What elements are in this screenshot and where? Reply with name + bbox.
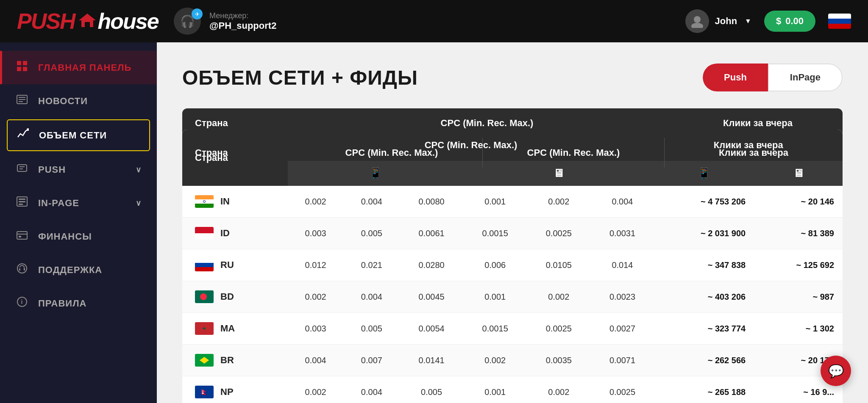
mobile-rec: 0.004 bbox=[344, 186, 400, 218]
support-area[interactable]: 🎧 ✈ bbox=[174, 8, 201, 35]
svg-rect-25 bbox=[24, 268, 25, 271]
svg-rect-4 bbox=[17, 61, 21, 65]
push-icon bbox=[15, 162, 29, 177]
mobile-min: 0.004 bbox=[288, 345, 344, 376]
mobile-min: 0.002 bbox=[288, 376, 344, 403]
sidebar-item-news[interactable]: НОВОСТИ bbox=[0, 84, 157, 118]
desktop-min: 0.0015 bbox=[463, 313, 527, 345]
clicks-desktop: ~ 125 692 bbox=[754, 249, 843, 281]
mobile-rec: 0.004 bbox=[344, 376, 400, 403]
sidebar-item-network[interactable]: ОБЪЕМ СЕТИ bbox=[7, 119, 150, 151]
user-dropdown-chevron[interactable]: ▼ bbox=[745, 17, 751, 25]
sidebar-dashboard-label: ГЛАВНАЯ ПАНЕЛЬ bbox=[38, 62, 131, 73]
mobile-min: 0.002 bbox=[288, 281, 344, 313]
mobile-max: 0.0061 bbox=[400, 218, 463, 249]
svg-rect-24 bbox=[19, 268, 20, 271]
finance-icon bbox=[15, 229, 29, 244]
clicks-mobile: ~ 2 031 900 bbox=[654, 218, 754, 249]
data-table: Страна CPC (Min. Rec. Max.) Клики за вче… bbox=[182, 108, 843, 168]
table-row: RU 0.012 0.021 0.0280 0.006 0.0105 0.014… bbox=[182, 249, 843, 281]
user-avatar bbox=[685, 9, 709, 33]
country-cell: RU bbox=[182, 249, 288, 281]
dashboard-icon bbox=[15, 60, 29, 75]
sidebar-rules-label: ПРАВИЛА bbox=[38, 298, 86, 309]
mobile-rec: 0.021 bbox=[344, 249, 400, 281]
tab-push-button[interactable]: Push bbox=[703, 63, 768, 91]
push-expand-icon: ∨ bbox=[136, 165, 142, 174]
desktop-min: 0.001 bbox=[463, 376, 527, 403]
country-cell: ✦ MA bbox=[182, 313, 288, 345]
sidebar-item-rules[interactable]: i ПРАВИЛА bbox=[0, 287, 157, 320]
dollar-icon: $ bbox=[776, 16, 781, 27]
page-title: ОБЪЕМ СЕТИ + ФИДЫ bbox=[182, 66, 418, 89]
logo-push-text: PUSH bbox=[17, 8, 75, 34]
sidebar-push-label: PUSH bbox=[38, 164, 66, 175]
main-layout: ГЛАВНАЯ ПАНЕЛЬ НОВОСТИ ОБЪЕМ СЕТИ bbox=[0, 42, 868, 403]
logo-house-text: house bbox=[97, 8, 158, 34]
desktop-rec: 0.0035 bbox=[527, 345, 590, 376]
manager-label: Менеджер: bbox=[209, 11, 276, 20]
svg-point-2 bbox=[694, 16, 701, 23]
header-middle: 🎧 ✈ Менеджер: @PH_support2 bbox=[174, 8, 685, 35]
desktop-rec: 0.002 bbox=[527, 281, 590, 313]
sidebar-item-support[interactable]: ПОДДЕРЖКА bbox=[0, 253, 157, 287]
mobile-max: 0.0280 bbox=[400, 249, 463, 281]
desktop-min: 0.0015 bbox=[463, 218, 527, 249]
table-row: BR 0.004 0.007 0.0141 0.002 0.0035 0.007… bbox=[182, 345, 843, 376]
sidebar-news-label: НОВОСТИ bbox=[38, 96, 88, 107]
desktop-max: 0.0025 bbox=[590, 376, 654, 403]
clicks-mobile: ~ 347 838 bbox=[654, 249, 754, 281]
table-row: ✦ MA 0.003 0.005 0.0054 0.0015 0.0025 0.… bbox=[182, 313, 843, 345]
manager-handle[interactable]: @PH_support2 bbox=[209, 20, 276, 31]
tab-buttons: Push InPage bbox=[703, 63, 843, 91]
user-name: John bbox=[715, 16, 737, 27]
language-flag[interactable] bbox=[828, 14, 851, 29]
tab-inpage-button[interactable]: InPage bbox=[768, 63, 843, 91]
user-info[interactable]: John ▼ bbox=[685, 9, 751, 33]
country-cell: IN bbox=[182, 186, 288, 218]
table-row: BD 0.002 0.004 0.0045 0.001 0.002 0.0023… bbox=[182, 281, 843, 313]
svg-rect-22 bbox=[19, 236, 21, 237]
table-row: IN 0.002 0.004 0.0080 0.001 0.002 0.004 … bbox=[182, 186, 843, 218]
svg-rect-18 bbox=[19, 201, 25, 202]
desktop-rec: 0.0025 bbox=[527, 218, 590, 249]
col-cpc-header: CPC (Min. Rec. Max.) bbox=[301, 108, 673, 138]
telegram-badge-icon: ✈ bbox=[192, 8, 203, 19]
svg-rect-5 bbox=[23, 61, 27, 65]
mobile-min: 0.003 bbox=[288, 218, 344, 249]
desktop-max: 0.014 bbox=[590, 249, 654, 281]
svg-text:i: i bbox=[21, 298, 23, 305]
logo-area: PUSH house bbox=[17, 8, 174, 34]
sidebar-item-push[interactable]: PUSH ∨ bbox=[0, 153, 157, 186]
sidebar-inpage-label: IN-PAGE bbox=[38, 198, 79, 209]
clicks-mobile: ~ 4 753 206 bbox=[654, 186, 754, 218]
country-cell: BD bbox=[182, 281, 288, 313]
network-table: Страна CPC (Min. Rec. Max.) Клики за вче… bbox=[182, 130, 843, 403]
sidebar-item-finance[interactable]: ФИНАНСЫ bbox=[0, 220, 157, 253]
balance-button[interactable]: $ 0.00 bbox=[764, 11, 815, 32]
support-icon bbox=[15, 262, 29, 277]
mobile-max: 0.0054 bbox=[400, 313, 463, 345]
desktop-rec: 0.0105 bbox=[527, 249, 590, 281]
clicks-mobile: ~ 262 566 bbox=[654, 345, 754, 376]
mobile-min: 0.002 bbox=[288, 186, 344, 218]
mobile-rec: 0.005 bbox=[344, 313, 400, 345]
sidebar-network-label: ОБЪЕМ СЕТИ bbox=[39, 130, 107, 141]
col-clicks-header: Клики за вчера bbox=[673, 108, 843, 138]
mobile-rec: 0.004 bbox=[344, 281, 400, 313]
sidebar-item-dashboard[interactable]: ГЛАВНАЯ ПАНЕЛЬ bbox=[0, 51, 157, 84]
desktop-min: 0.006 bbox=[463, 249, 527, 281]
clicks-desktop: ~ 987 bbox=[754, 281, 843, 313]
sidebar-finance-label: ФИНАНСЫ bbox=[38, 231, 92, 242]
sidebar-item-inpage[interactable]: IN-PAGE ∨ bbox=[0, 186, 157, 220]
desktop-max: 0.0031 bbox=[590, 218, 654, 249]
clicks-mobile: ~ 403 206 bbox=[654, 281, 754, 313]
country-cell: ID bbox=[182, 218, 288, 249]
chat-widget[interactable]: 💬 bbox=[821, 356, 851, 386]
col-country-header: Страна bbox=[182, 108, 301, 138]
main-data-table: Страна CPC (Min. Rec. Max.) Клики за вче… bbox=[182, 130, 843, 403]
mobile-min: 0.003 bbox=[288, 313, 344, 345]
desktop-max: 0.0027 bbox=[590, 313, 654, 345]
inpage-icon bbox=[15, 196, 29, 210]
svg-rect-20 bbox=[17, 232, 27, 239]
